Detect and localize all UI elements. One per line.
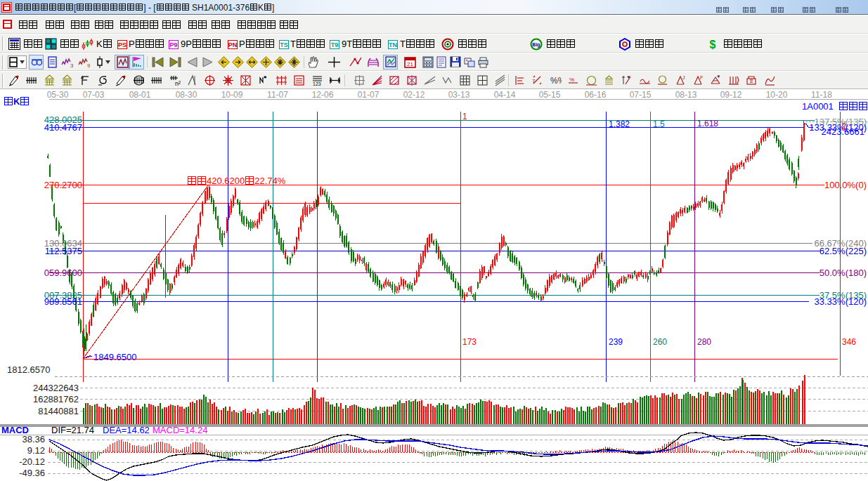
svg-text:346: 346: [842, 337, 856, 347]
svg-text:270.2700: 270.2700: [44, 180, 82, 190]
svg-text:1.5: 1.5: [653, 119, 665, 129]
svg-text:989.8561: 989.8561: [44, 296, 82, 307]
svg-text:05-15: 05-15: [539, 90, 561, 100]
svg-text:10-20: 10-20: [766, 90, 788, 100]
svg-text:MACD=14.24: MACD=14.24: [153, 425, 207, 435]
svg-text:244322643: 244322643: [33, 383, 79, 393]
svg-text:06-16: 06-16: [585, 90, 607, 100]
svg-text:-20.12: -20.12: [19, 456, 45, 467]
svg-text:059.9600: 059.9600: [44, 268, 82, 278]
svg-text:410.4767: 410.4767: [44, 122, 82, 133]
svg-text:09-12: 09-12: [720, 90, 742, 100]
svg-text:81440881: 81440881: [38, 406, 79, 416]
svg-text:07-15: 07-15: [630, 90, 652, 100]
svg-text:11-18: 11-18: [811, 90, 832, 100]
svg-text:DIF=21.74: DIF=21.74: [51, 425, 94, 435]
svg-text:DEA=14.62: DEA=14.62: [103, 425, 150, 435]
svg-text:1.382: 1.382: [609, 119, 630, 129]
svg-text:2: 2: [841, 121, 846, 131]
svg-text:1849.6500: 1849.6500: [93, 352, 136, 362]
svg-text:03-13: 03-13: [448, 90, 470, 100]
svg-text:260: 260: [653, 337, 667, 347]
svg-text:01-07: 01-07: [358, 90, 380, 100]
svg-text:08-13: 08-13: [675, 90, 697, 100]
svg-text:62.5%(225): 62.5%(225): [820, 246, 867, 256]
svg-text:173: 173: [462, 337, 477, 347]
svg-text:112.5375: 112.5375: [45, 246, 82, 256]
svg-text:04-14: 04-14: [494, 90, 516, 100]
svg-text:02-12: 02-12: [403, 90, 425, 100]
svg-text:1812.6570: 1812.6570: [7, 364, 50, 375]
svg-text:11-07: 11-07: [267, 90, 288, 100]
svg-text:239: 239: [609, 337, 623, 347]
svg-text:1: 1: [462, 112, 467, 121]
svg-text:9.12: 9.12: [27, 445, 45, 456]
svg-text:162881762: 162881762: [33, 394, 79, 404]
svg-text:10-09: 10-09: [221, 90, 243, 100]
svg-text:33.33%(120): 33.33%(120): [815, 296, 867, 307]
svg-text:38.36: 38.36: [22, 434, 45, 444]
svg-text:05-30: 05-30: [47, 90, 69, 100]
svg-text:07-03: 07-03: [83, 90, 105, 100]
svg-text:100.0%(0): 100.0%(0): [824, 180, 867, 190]
svg-text:08-30: 08-30: [176, 90, 197, 100]
svg-text:50.0%(180): 50.0%(180): [820, 268, 867, 278]
svg-text:-49.36: -49.36: [19, 468, 45, 478]
svg-text:08-01: 08-01: [129, 90, 151, 100]
svg-text:1.618: 1.618: [697, 119, 718, 129]
svg-text:280: 280: [697, 337, 711, 347]
svg-text:12-06: 12-06: [312, 90, 334, 100]
